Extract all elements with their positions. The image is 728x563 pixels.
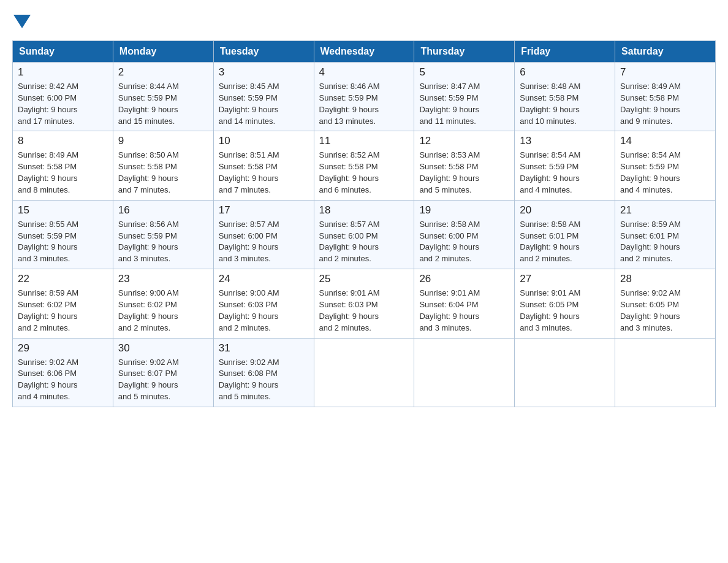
day-number: 5	[419, 66, 509, 79]
calendar-cell	[515, 338, 615, 407]
day-number: 30	[118, 342, 208, 354]
day-number: 26	[419, 273, 509, 285]
calendar-cell: 12 Sunrise: 8:53 AM Sunset: 5:58 PM Dayl…	[414, 131, 515, 200]
day-info: Sunrise: 8:54 AM Sunset: 5:59 PM Dayligh…	[520, 150, 610, 196]
day-info: Sunrise: 9:02 AM Sunset: 6:05 PM Dayligh…	[620, 288, 710, 334]
calendar-week-row: 22 Sunrise: 8:59 AM Sunset: 6:02 PM Dayl…	[13, 269, 716, 338]
day-number: 9	[118, 135, 208, 147]
day-number: 8	[18, 135, 108, 147]
day-info: Sunrise: 9:01 AM Sunset: 6:03 PM Dayligh…	[319, 288, 409, 334]
logo-triangle-icon	[13, 15, 31, 28]
calendar-cell: 16 Sunrise: 8:56 AM Sunset: 5:59 PM Dayl…	[113, 200, 213, 269]
day-number: 15	[18, 204, 108, 216]
day-number: 19	[419, 204, 509, 216]
day-number: 1	[18, 66, 108, 79]
day-number: 21	[620, 204, 710, 216]
day-info: Sunrise: 9:00 AM Sunset: 6:02 PM Dayligh…	[118, 288, 208, 334]
page-header	[12, 12, 716, 28]
day-info: Sunrise: 8:42 AM Sunset: 6:00 PM Dayligh…	[18, 81, 108, 127]
calendar-cell: 18 Sunrise: 8:57 AM Sunset: 6:00 PM Dayl…	[314, 200, 414, 269]
day-number: 27	[520, 273, 610, 285]
day-info: Sunrise: 8:59 AM Sunset: 6:02 PM Dayligh…	[18, 288, 108, 334]
calendar-cell: 22 Sunrise: 8:59 AM Sunset: 6:02 PM Dayl…	[13, 269, 113, 338]
day-number: 24	[219, 273, 309, 285]
calendar-cell: 30 Sunrise: 9:02 AM Sunset: 6:07 PM Dayl…	[113, 338, 213, 407]
calendar-cell: 3 Sunrise: 8:45 AM Sunset: 5:59 PM Dayli…	[213, 63, 314, 131]
calendar-cell: 25 Sunrise: 9:01 AM Sunset: 6:03 PM Dayl…	[314, 269, 414, 338]
day-info: Sunrise: 9:02 AM Sunset: 6:08 PM Dayligh…	[219, 357, 309, 403]
day-number: 2	[118, 66, 208, 79]
calendar-cell: 19 Sunrise: 8:58 AM Sunset: 6:00 PM Dayl…	[414, 200, 515, 269]
day-info: Sunrise: 8:59 AM Sunset: 6:01 PM Dayligh…	[620, 219, 710, 265]
day-info: Sunrise: 8:53 AM Sunset: 5:58 PM Dayligh…	[419, 150, 509, 196]
day-info: Sunrise: 9:01 AM Sunset: 6:05 PM Dayligh…	[520, 288, 610, 334]
calendar-cell	[414, 338, 515, 407]
calendar-cell: 11 Sunrise: 8:52 AM Sunset: 5:58 PM Dayl…	[314, 131, 414, 200]
calendar-cell: 20 Sunrise: 8:58 AM Sunset: 6:01 PM Dayl…	[515, 200, 615, 269]
day-number: 20	[520, 204, 610, 216]
day-number: 31	[219, 342, 309, 354]
day-number: 28	[620, 273, 710, 285]
day-info: Sunrise: 9:00 AM Sunset: 6:03 PM Dayligh…	[219, 288, 309, 334]
calendar-cell: 13 Sunrise: 8:54 AM Sunset: 5:59 PM Dayl…	[515, 131, 615, 200]
day-info: Sunrise: 8:45 AM Sunset: 5:59 PM Dayligh…	[219, 81, 309, 127]
day-number: 3	[219, 66, 309, 79]
calendar-cell	[314, 338, 414, 407]
calendar-cell: 28 Sunrise: 9:02 AM Sunset: 6:05 PM Dayl…	[615, 269, 716, 338]
day-info: Sunrise: 8:48 AM Sunset: 5:58 PM Dayligh…	[520, 81, 610, 127]
day-info: Sunrise: 8:46 AM Sunset: 5:59 PM Dayligh…	[319, 81, 409, 127]
calendar-cell: 6 Sunrise: 8:48 AM Sunset: 5:58 PM Dayli…	[515, 63, 615, 131]
day-info: Sunrise: 8:47 AM Sunset: 5:59 PM Dayligh…	[419, 81, 509, 127]
calendar-week-row: 29 Sunrise: 9:02 AM Sunset: 6:06 PM Dayl…	[13, 338, 716, 407]
day-number: 18	[319, 204, 409, 216]
day-info: Sunrise: 8:57 AM Sunset: 6:00 PM Dayligh…	[319, 219, 409, 265]
calendar-cell: 24 Sunrise: 9:00 AM Sunset: 6:03 PM Dayl…	[213, 269, 314, 338]
day-number: 12	[419, 135, 509, 147]
calendar-cell: 29 Sunrise: 9:02 AM Sunset: 6:06 PM Dayl…	[13, 338, 113, 407]
day-info: Sunrise: 8:57 AM Sunset: 6:00 PM Dayligh…	[219, 219, 309, 265]
calendar-cell: 14 Sunrise: 8:54 AM Sunset: 5:59 PM Dayl…	[615, 131, 716, 200]
calendar-cell: 9 Sunrise: 8:50 AM Sunset: 5:58 PM Dayli…	[113, 131, 213, 200]
weekday-header-wednesday: Wednesday	[314, 41, 414, 63]
day-info: Sunrise: 8:50 AM Sunset: 5:58 PM Dayligh…	[118, 150, 208, 196]
weekday-header-thursday: Thursday	[414, 41, 515, 63]
calendar-header-row: SundayMondayTuesdayWednesdayThursdayFrid…	[13, 41, 716, 63]
day-info: Sunrise: 8:49 AM Sunset: 5:58 PM Dayligh…	[18, 150, 108, 196]
day-number: 10	[219, 135, 309, 147]
logo	[12, 12, 31, 28]
day-number: 6	[520, 66, 610, 79]
calendar-cell: 10 Sunrise: 8:51 AM Sunset: 5:58 PM Dayl…	[213, 131, 314, 200]
weekday-header-sunday: Sunday	[13, 41, 113, 63]
day-info: Sunrise: 8:56 AM Sunset: 5:59 PM Dayligh…	[118, 219, 208, 265]
day-number: 11	[319, 135, 409, 147]
calendar-week-row: 1 Sunrise: 8:42 AM Sunset: 6:00 PM Dayli…	[13, 63, 716, 131]
day-number: 13	[520, 135, 610, 147]
day-info: Sunrise: 8:51 AM Sunset: 5:58 PM Dayligh…	[219, 150, 309, 196]
day-number: 29	[18, 342, 108, 354]
calendar-cell: 4 Sunrise: 8:46 AM Sunset: 5:59 PM Dayli…	[314, 63, 414, 131]
day-number: 14	[620, 135, 710, 147]
calendar-cell: 8 Sunrise: 8:49 AM Sunset: 5:58 PM Dayli…	[13, 131, 113, 200]
day-info: Sunrise: 8:58 AM Sunset: 6:00 PM Dayligh…	[419, 219, 509, 265]
weekday-header-saturday: Saturday	[615, 41, 716, 63]
day-info: Sunrise: 9:02 AM Sunset: 6:06 PM Dayligh…	[18, 357, 108, 403]
weekday-header-friday: Friday	[515, 41, 615, 63]
day-info: Sunrise: 8:44 AM Sunset: 5:59 PM Dayligh…	[118, 81, 208, 127]
calendar-cell: 26 Sunrise: 9:01 AM Sunset: 6:04 PM Dayl…	[414, 269, 515, 338]
calendar-cell: 27 Sunrise: 9:01 AM Sunset: 6:05 PM Dayl…	[515, 269, 615, 338]
day-number: 7	[620, 66, 710, 79]
calendar-cell	[615, 338, 716, 407]
calendar-cell: 1 Sunrise: 8:42 AM Sunset: 6:00 PM Dayli…	[13, 63, 113, 131]
calendar-cell: 5 Sunrise: 8:47 AM Sunset: 5:59 PM Dayli…	[414, 63, 515, 131]
day-number: 16	[118, 204, 208, 216]
calendar-cell: 21 Sunrise: 8:59 AM Sunset: 6:01 PM Dayl…	[615, 200, 716, 269]
day-number: 22	[18, 273, 108, 285]
calendar-week-row: 15 Sunrise: 8:55 AM Sunset: 5:59 PM Dayl…	[13, 200, 716, 269]
day-number: 4	[319, 66, 409, 79]
calendar-cell: 15 Sunrise: 8:55 AM Sunset: 5:59 PM Dayl…	[13, 200, 113, 269]
day-info: Sunrise: 8:52 AM Sunset: 5:58 PM Dayligh…	[319, 150, 409, 196]
day-number: 25	[319, 273, 409, 285]
day-info: Sunrise: 8:54 AM Sunset: 5:59 PM Dayligh…	[620, 150, 710, 196]
calendar-cell: 2 Sunrise: 8:44 AM Sunset: 5:59 PM Dayli…	[113, 63, 213, 131]
day-info: Sunrise: 9:01 AM Sunset: 6:04 PM Dayligh…	[419, 288, 509, 334]
